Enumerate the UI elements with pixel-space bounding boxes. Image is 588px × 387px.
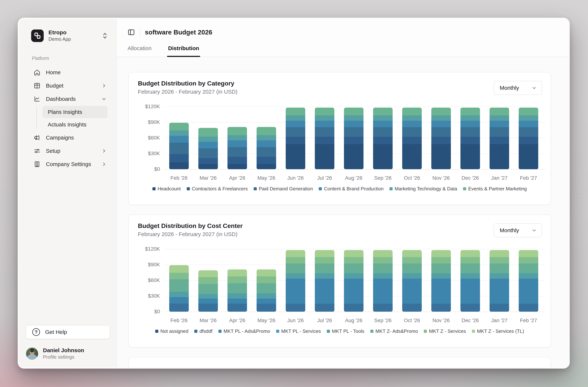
bar-segment[interactable] [198,142,218,148]
bar-segment[interactable] [490,127,509,137]
bar-segment[interactable] [257,147,276,157]
stacked-bar-jan-27[interactable] [490,250,509,312]
stacked-bar-dec-26[interactable] [461,108,480,169]
legend-item[interactable]: dfsddf [194,328,212,334]
bar-segment[interactable] [490,137,509,144]
bar-segment[interactable] [344,264,363,273]
bar-segment[interactable] [257,135,276,141]
stacked-bar-jun-26[interactable] [286,250,305,312]
bar-segment[interactable] [344,279,363,304]
bar-segment[interactable] [519,264,538,273]
bar-segment[interactable] [373,121,393,127]
bar-segment[interactable] [315,250,334,257]
stacked-bar-may-26[interactable] [257,269,276,312]
bar-segment[interactable] [286,144,305,169]
bar-segment[interactable] [169,123,189,131]
sidebar-subitem-actuals-insights[interactable]: Actuals Insights [42,119,107,131]
sidebar-item-home[interactable]: Home [26,66,110,79]
bar-segment[interactable] [169,136,189,143]
stacked-bar-feb-27[interactable] [519,108,538,169]
bar-segment[interactable] [490,250,509,257]
bar-segment[interactable] [257,269,276,276]
bar-segment[interactable] [198,277,218,284]
sidebar-item-setup[interactable]: Setup [26,144,110,158]
range-select[interactable]: Monthly [494,223,542,237]
bar-segment[interactable] [198,137,218,142]
bar-segment[interactable] [169,162,189,169]
stacked-bar-mar-26[interactable] [198,270,218,312]
bar-segment[interactable] [373,108,393,116]
stacked-bar-dec-26[interactable] [461,250,480,312]
legend-item[interactable]: Events & Partner Marketing [463,186,527,192]
bar-segment[interactable] [198,148,218,158]
bar-segment[interactable] [198,164,218,169]
bar-segment[interactable] [373,264,393,273]
legend-item[interactable]: MKT PL - Tools [327,328,364,334]
bar-segment[interactable] [169,273,189,279]
stacked-bar-apr-26[interactable] [228,269,247,312]
bar-segment[interactable] [198,304,218,312]
stacked-bar-sep-26[interactable] [373,250,393,312]
bar-segment[interactable] [431,137,451,144]
bar-segment[interactable] [198,294,218,299]
bar-segment[interactable] [286,108,305,116]
stacked-bar-mar-26[interactable] [198,128,218,169]
bar-segment[interactable] [373,273,393,279]
bar-segment[interactable] [402,250,422,257]
bar-segment[interactable] [431,121,451,127]
bar-segment[interactable] [373,257,393,264]
bar-segment[interactable] [286,250,305,257]
bar-segment[interactable] [169,130,189,136]
bar-segment[interactable] [344,137,363,144]
stacked-bar-aug-26[interactable] [344,108,363,169]
bar-segment[interactable] [490,108,509,116]
bar-segment[interactable] [519,121,538,127]
bar-segment[interactable] [228,299,247,304]
legend-item[interactable]: MKT PL - Services [276,328,321,334]
bar-segment[interactable] [431,264,451,273]
bar-segment[interactable] [402,108,422,116]
bar-segment[interactable] [257,164,276,169]
bar-segment[interactable] [461,250,480,257]
bar-segment[interactable] [169,143,189,154]
sidebar-item-dashboards[interactable]: Dashboards [26,92,110,106]
bar-segment[interactable] [228,269,247,276]
tab-distribution[interactable]: Distribution [168,45,199,57]
stacked-bar-jun-26[interactable] [286,108,305,169]
bar-segment[interactable] [286,264,305,273]
bar-segment[interactable] [344,115,363,121]
bar-segment[interactable] [198,158,218,164]
bar-segment[interactable] [519,279,538,304]
bar-segment[interactable] [257,141,276,147]
bar-segment[interactable] [286,304,305,312]
legend-item[interactable]: Headcount [152,186,181,192]
stacked-bar-aug-26[interactable] [344,250,363,312]
sidebar-item-campaigns[interactable]: Campaigns [26,131,110,144]
bar-segment[interactable] [519,127,538,137]
bar-segment[interactable] [198,299,218,304]
bar-segment[interactable] [461,279,480,304]
stacked-bar-may-26[interactable] [257,127,276,169]
stacked-bar-feb-27[interactable] [519,250,538,312]
profile-menu[interactable]: Daniel Johnson Profile settings [26,347,110,360]
bar-segment[interactable] [344,144,363,169]
bar-segment[interactable] [344,250,363,257]
workspace-switcher[interactable]: Etropo Demo App [26,29,110,42]
bar-segment[interactable] [402,257,422,264]
bar-segment[interactable] [461,304,480,312]
bar-segment[interactable] [344,108,363,116]
stacked-bar-nov-26[interactable] [431,250,451,312]
bar-segment[interactable] [315,257,334,264]
bar-segment[interactable] [228,304,247,312]
stacked-bar-oct-26[interactable] [402,108,422,169]
sidebar-subitem-plans-insights[interactable]: Plans Insights [42,106,107,118]
bar-segment[interactable] [373,279,393,304]
bar-segment[interactable] [257,293,276,299]
range-select[interactable]: Monthly [494,81,542,95]
stacked-bar-jan-27[interactable] [490,108,509,169]
bar-segment[interactable] [228,157,247,164]
legend-item[interactable]: MKT Z - Services (TL) [472,328,524,334]
bar-segment[interactable] [228,127,247,135]
bar-segment[interactable] [431,115,451,121]
bar-segment[interactable] [519,250,538,257]
